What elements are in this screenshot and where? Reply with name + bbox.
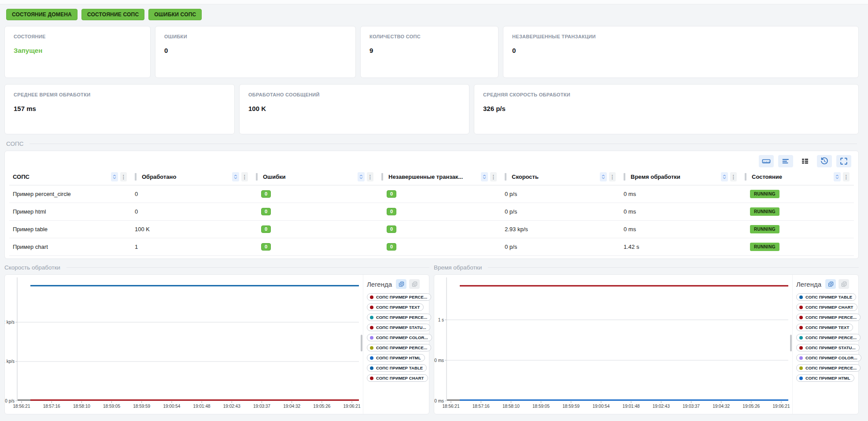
legend-item[interactable]: СОПС ПРИМЕР PERCE... — [367, 344, 431, 351]
columns-button[interactable] — [798, 155, 813, 167]
history-button[interactable] — [817, 155, 832, 167]
legend-item[interactable]: СОПС ПРИМЕР PERCE... — [796, 334, 861, 341]
sops-state-button[interactable]: СОСТОЯНИЕ СОПС — [81, 9, 144, 20]
sort-control[interactable] — [232, 172, 239, 181]
ruler-button[interactable] — [759, 155, 774, 167]
column-header-label: Незавершенные транзак... — [388, 174, 479, 180]
legend-item-label: СОПС ПРИМЕР PERCE... — [805, 315, 857, 320]
series-color-dot — [370, 346, 373, 350]
legend-item[interactable]: СОПС ПРИМЕР CHART — [796, 303, 857, 311]
sort-control[interactable] — [834, 172, 841, 181]
legend-item[interactable]: СОПС ПРИМЕР TABLE — [796, 293, 856, 301]
column-menu[interactable]: ⋮ — [367, 172, 373, 181]
sops-errors-button[interactable]: ОШИБКИ СОПС — [148, 9, 202, 20]
count-badge: 0 — [261, 190, 271, 198]
column-menu[interactable]: ⋮ — [120, 172, 127, 181]
stat-card-label: НЕЗАВЕРШЕННЫЕ ТРАНЗАКЦИИ — [512, 34, 850, 39]
legend-item[interactable]: СОПС ПРИМЕР TABLE — [367, 364, 427, 372]
sort-control[interactable] — [600, 172, 607, 181]
legend-item[interactable]: СОПС ПРИМЕР PERCE... — [367, 293, 431, 301]
svg-text:18:59:59: 18:59:59 — [562, 404, 580, 409]
column-header-label: Обработано — [142, 174, 230, 180]
legend-item[interactable]: СОПС ПРИМЕР PERCE... — [796, 314, 861, 321]
status-badge: RUNNING — [750, 190, 779, 198]
column-menu[interactable]: ⋮ — [730, 172, 737, 181]
legend-item[interactable]: СОПС ПРИМЕР COLOR... — [367, 334, 432, 341]
series-color-dot — [370, 326, 373, 329]
legend-item-label: СОПС ПРИМЕР PERCE... — [805, 366, 857, 370]
cell-name: Пример html — [9, 208, 131, 215]
table-row[interactable]: Пример percent_circle0000 p/s0 msRUNNING — [9, 185, 854, 203]
column-menu[interactable]: ⋮ — [843, 172, 850, 181]
column-menu[interactable]: ⋮ — [241, 172, 248, 181]
legend-item[interactable]: СОПС ПРИМЕР STATU... — [367, 324, 430, 331]
column-header-speed: Скорость⋮ — [501, 172, 620, 181]
align-lines-button[interactable] — [778, 155, 793, 167]
select-all-button[interactable] — [838, 279, 849, 289]
table-row[interactable]: Пример chart1000 p/s1.42 sRUNNING — [9, 238, 854, 256]
table-row[interactable]: Пример table100 K002.93 kp/s0 msRUNNING — [9, 221, 854, 238]
cell-errors: 0 — [252, 208, 378, 215]
column-header-name: СОПС⋮ — [9, 172, 131, 181]
svg-text:19:00:54: 19:00:54 — [163, 404, 180, 409]
cell-speed: 2.93 kp/s — [501, 226, 620, 233]
column-menu[interactable]: ⋮ — [609, 172, 616, 181]
avg-processing-speed-card: СРЕДНЯЯ СКОРОСТЬ ОБРАБОТКИ326 p/s — [474, 84, 859, 134]
chart-title-speed: Скорость обработки — [4, 264, 429, 271]
history-icon — [820, 156, 829, 166]
svg-text:18:57:16: 18:57:16 — [43, 404, 60, 409]
section-rule — [488, 267, 859, 268]
legend-header: Легенда — [367, 279, 425, 289]
column-header-pending: Незавершенные транзак...⋮ — [378, 172, 501, 181]
count-badge: 0 — [387, 208, 396, 215]
svg-text:18:59:59: 18:59:59 — [133, 404, 150, 409]
svg-text:1 kp/s: 1 kp/s — [5, 359, 15, 364]
cell-time: 0 ms — [620, 226, 741, 233]
processed-messages-card: ОБРАБОТАНО СООБЩЕНИЙ100 K — [239, 84, 469, 134]
column-header-label: Ошибки — [263, 174, 355, 180]
legend-item[interactable]: СОПС ПРИМЕР HTML — [796, 374, 854, 382]
cell-state: RUNNING — [741, 225, 854, 233]
column-header-label: Скорость — [512, 174, 598, 180]
legend-item[interactable]: СОПС ПРИМЕР STATU... — [796, 344, 860, 351]
svg-text:18:59:05: 18:59:05 — [103, 404, 120, 409]
sort-control[interactable] — [481, 172, 488, 181]
sort-control[interactable] — [111, 172, 118, 181]
legend-item[interactable]: СОПС ПРИМЕР PERCE... — [796, 364, 861, 372]
svg-text:18:58:10: 18:58:10 — [73, 404, 90, 409]
column-header-label: СОПС — [13, 174, 109, 180]
svg-text:18:56:21: 18:56:21 — [13, 404, 30, 409]
cell-processed: 0 — [131, 208, 252, 215]
legend-item[interactable]: СОПС ПРИМЕР TEXT — [367, 303, 424, 311]
stat-card-value: 100 K — [248, 105, 460, 112]
stat-card-value: 9 — [369, 47, 489, 54]
column-menu[interactable]: ⋮ — [490, 172, 497, 181]
domain-state-button[interactable]: СОСТОЯНИЕ ДОМЕНА — [6, 9, 78, 20]
legend-item[interactable]: СОПС ПРИМЕР CHART — [367, 374, 428, 382]
legend-item[interactable]: СОПС ПРИМЕР COLOR... — [796, 354, 861, 362]
cell-processed: 100 K — [131, 226, 252, 233]
series-color-dot — [799, 366, 803, 370]
chart-plot-area: 1 s500 ms0 ms18:56:2118:57:1618:58:1018:… — [434, 275, 792, 414]
fullscreen-button[interactable] — [836, 155, 851, 167]
scrollbar-thumb[interactable] — [361, 335, 362, 351]
sort-control[interactable] — [358, 172, 365, 181]
errors-card: ОШИБКИ0 — [155, 26, 356, 78]
legend-item[interactable]: СОПС ПРИМЕР TEXT — [796, 324, 853, 331]
legend-item[interactable]: СОПС ПРИМЕР HTML — [367, 354, 425, 362]
select-all-button[interactable] — [409, 279, 420, 289]
count-badge: 0 — [387, 243, 396, 251]
scrollbar-thumb[interactable] — [790, 335, 792, 351]
legend-header: Легенда — [796, 279, 855, 289]
legend-item-label: СОПС ПРИМЕР TABLE — [805, 295, 852, 299]
sort-control[interactable] — [721, 172, 728, 181]
stat-card-label: СОСТОЯНИЕ — [14, 34, 141, 39]
table-row[interactable]: Пример html0000 p/s0 msRUNNING — [9, 203, 854, 221]
legend-item-label: СОПС ПРИМЕР CHART — [376, 376, 424, 380]
cell-state: RUNNING — [741, 207, 854, 216]
deselect-all-button[interactable] — [825, 279, 836, 289]
legend-items: СОПС ПРИМЕР PERCE...СОПС ПРИМЕР TEXTСОПС… — [367, 293, 425, 382]
legend-item[interactable]: СОПС ПРИМЕР PERCE... — [367, 314, 431, 321]
chart-canvas: 2 kp/s1 kp/s0 p/s18:56:2118:57:1618:58:1… — [5, 275, 363, 414]
deselect-all-button[interactable] — [396, 279, 406, 289]
